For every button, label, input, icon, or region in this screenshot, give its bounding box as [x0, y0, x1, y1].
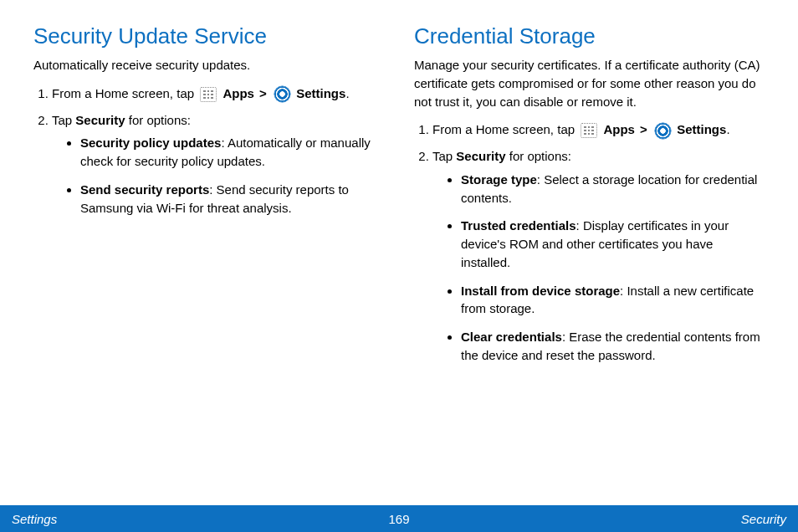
section-title-security-update: Security Update Service — [33, 23, 384, 49]
bullet-bold: Security policy updates — [80, 136, 221, 150]
intro-text: Manage your security certificates. If a … — [414, 56, 765, 110]
steps-list: From a Home screen, tap Apps > Settings.… — [33, 84, 384, 217]
bullet-bold: Install from device storage — [461, 284, 620, 298]
bullet-bold: Send security reports — [80, 182, 209, 197]
step-bold: Security — [75, 113, 125, 127]
step-suffix: for options: — [506, 149, 571, 163]
step-item: Tap Security for options: Security polic… — [52, 111, 384, 217]
left-column: Security Update Service Automatically re… — [33, 23, 384, 489]
step-item: From a Home screen, tap Apps > Settings. — [432, 120, 765, 139]
settings-icon — [655, 123, 671, 139]
bullet-bold: Trusted credentials — [461, 218, 576, 233]
step-item: Tap Security for options: Storage type: … — [432, 147, 765, 365]
separator: > — [259, 86, 267, 100]
step-item: From a Home screen, tap Apps > Settings. — [52, 84, 384, 103]
bullet-item: Storage type: Select a storage location … — [461, 171, 765, 207]
step-text: Tap — [52, 113, 75, 127]
page-footer: Settings 169 Security — [0, 505, 798, 532]
steps-list: From a Home screen, tap Apps > Settings.… — [414, 120, 765, 364]
bullet-item: Clear credentials: Erase the credential … — [461, 328, 765, 365]
bullet-list: Security policy updates: Automatically o… — [52, 134, 384, 217]
bullet-item: Send security reports: Send security rep… — [80, 181, 384, 217]
bullet-item: Install from device storage: Install a n… — [461, 282, 765, 319]
suffix: . — [345, 86, 349, 100]
step-text: From a Home screen, tap — [52, 86, 197, 100]
separator: > — [640, 122, 647, 136]
settings-label: Settings — [677, 122, 726, 136]
footer-left: Settings — [12, 512, 57, 526]
content-area: Security Update Service Automatically re… — [0, 0, 798, 505]
apps-icon — [581, 123, 597, 138]
step-text: From a Home screen, tap — [432, 122, 578, 136]
step-suffix: for options: — [125, 113, 191, 127]
right-column: Credential Storage Manage your security … — [414, 23, 765, 489]
step-text: Tap — [432, 149, 456, 163]
apps-label: Apps — [223, 86, 254, 100]
apps-label: Apps — [603, 122, 635, 136]
intro-text: Automatically receive security updates. — [33, 56, 384, 74]
suffix: . — [726, 122, 729, 136]
bullet-item: Security policy updates: Automatically o… — [80, 134, 384, 171]
step-bold: Security — [456, 149, 505, 163]
settings-icon — [274, 86, 290, 102]
settings-label: Settings — [296, 86, 345, 100]
bullet-item: Trusted credentials: Display certificate… — [461, 217, 765, 271]
apps-icon — [200, 87, 217, 102]
page-number: 169 — [388, 512, 409, 526]
section-title-credential-storage: Credential Storage — [414, 23, 765, 49]
bullet-bold: Clear credentials — [461, 330, 562, 344]
bullet-list: Storage type: Select a storage location … — [432, 171, 765, 365]
footer-right: Security — [741, 512, 786, 526]
bullet-bold: Storage type — [461, 172, 537, 187]
